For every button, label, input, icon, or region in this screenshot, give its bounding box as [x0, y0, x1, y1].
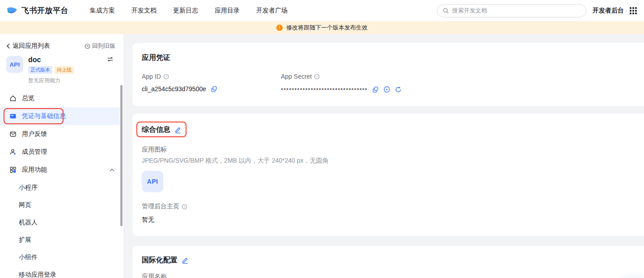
feedback-mail-icon [9, 131, 17, 138]
nav-integration[interactable]: 集成方案 [85, 4, 119, 17]
general-info-title: 综合信息 [142, 125, 170, 135]
sidebar-subitem-webpage[interactable]: 网页 [0, 196, 123, 214]
warning-icon: ! [276, 25, 283, 31]
app-name: doc [28, 56, 41, 64]
app-secret-masked-value: ******************************** [281, 85, 368, 93]
home-icon [9, 95, 17, 102]
sidebar-item-features[interactable]: 应用功能 [0, 161, 123, 179]
i18n-title: 国际化配置 [142, 256, 178, 265]
banner-text: 修改将跟随下一个版本发布生效 [286, 24, 368, 32]
credentials-title: 应用凭证 [142, 53, 644, 63]
version-notice-banner: ! 修改将跟随下一个版本发布生效 [0, 21, 644, 34]
regenerate-refresh-icon[interactable] [395, 86, 402, 93]
app-icon-preview[interactable]: API [142, 171, 163, 192]
sidebar-subitem-extension[interactable]: 扩展 [0, 231, 123, 249]
top-header: 飞书开放平台 集成方案 开发文档 更新日志 应用目录 开发者广场 开发者后台 [0, 0, 644, 21]
top-navigation: 集成方案 开发文档 更新日志 应用目录 开发者广场 [85, 4, 292, 17]
app-sidebar: 返回应用列表 回到旧版 API doc [0, 34, 123, 278]
sidebar-item-label: 应用功能 [22, 166, 47, 174]
back-label: 返回应用列表 [13, 42, 50, 50]
help-question-icon[interactable]: ? [163, 74, 169, 80]
sidebar-item-feedback[interactable]: 用户反馈 [0, 125, 123, 143]
member-person-icon [9, 148, 17, 156]
app-secret-field: App Secret ? ***************************… [281, 73, 644, 93]
switch-app-icon[interactable] [107, 56, 114, 64]
app-id-value: cli_a254c5c93d79500e [142, 85, 206, 93]
search-input[interactable] [452, 7, 580, 14]
app-secret-label: App Secret [281, 73, 312, 80]
homepage-value: 暂无 [142, 216, 644, 224]
back-to-old-version[interactable]: 回到旧版 [85, 42, 115, 50]
sidebar-item-label: 总览 [22, 94, 34, 102]
current-app-block: API doc 正式版本 待上线 暂无应用能力 [0, 50, 123, 84]
i18n-config-card: 国际化配置 应用名称 doc 应用描述 [132, 246, 644, 278]
nav-docs[interactable]: 开发文档 [127, 4, 161, 17]
app-capability-text: 暂无应用能力 [28, 77, 116, 84]
sidebar-item-label: 用户反馈 [22, 130, 47, 138]
doc-search-box[interactable] [437, 4, 586, 17]
search-icon [443, 8, 449, 14]
sidebar-scrollbar[interactable] [120, 85, 123, 226]
sidebar-item-overview[interactable]: 总览 [0, 89, 123, 107]
history-clock-icon [85, 43, 90, 49]
edit-pencil-icon[interactable] [182, 257, 189, 264]
edit-pencil-icon[interactable] [174, 126, 182, 134]
general-info-card: 综合信息 应用图标 JPEG/PNG/SVG/BMP 格式，2MB 以内，大于 … [132, 114, 644, 236]
nav-changelog[interactable]: 更新日志 [169, 4, 203, 17]
app-launcher-icon[interactable] [630, 7, 637, 14]
nav-developer-plaza[interactable]: 开发者广场 [252, 4, 292, 17]
app-features-grid-icon [9, 166, 17, 173]
back-to-app-list[interactable]: 返回应用列表 [6, 42, 50, 50]
svg-text:?: ? [316, 74, 318, 78]
nav-app-directory[interactable]: 应用目录 [210, 4, 244, 17]
sidebar-menu: 总览 凭证与基础信息 用户反馈 [0, 89, 123, 278]
credential-card-icon [9, 113, 17, 120]
reveal-eye-icon[interactable] [383, 86, 390, 93]
sidebar-item-credentials[interactable]: 凭证与基础信息 [0, 107, 120, 125]
svg-text:?: ? [183, 204, 185, 208]
help-question-icon[interactable]: ? [314, 74, 320, 80]
sidebar-subitem-bot[interactable]: 机器人 [0, 214, 123, 231]
sidebar-subitem-widget[interactable]: 小组件 [0, 249, 123, 266]
app-icon-hint: JPEG/PNG/SVG/BMP 格式，2MB 以内，大于 240*240 px… [142, 157, 644, 165]
status-badge-release: 正式版本 [28, 66, 52, 74]
status-badge-pending: 待上线 [55, 66, 74, 74]
chevron-up-icon [110, 168, 114, 172]
credentials-card: 应用凭证 App ID ? cli_a254c5c93d79500e [132, 43, 644, 106]
sidebar-subitem-mobile-login[interactable]: 移动应用登录 [0, 266, 123, 278]
sidebar-item-label: 成员管理 [22, 148, 47, 156]
sidebar-item-members[interactable]: 成员管理 [0, 143, 123, 161]
app-id-label: App ID [142, 73, 161, 80]
sidebar-subitem-miniprogram[interactable]: 小程序 [0, 179, 123, 196]
app-id-field: App ID ? cli_a254c5c93d79500e [142, 73, 281, 93]
platform-title: 飞书开放平台 [21, 5, 68, 16]
feishu-bird-icon [6, 5, 18, 17]
main-content: 应用凭证 App ID ? cli_a254c5c93d79500e [123, 34, 644, 278]
svg-text:?: ? [165, 74, 167, 78]
feishu-logo[interactable]: 飞书开放平台 [6, 5, 68, 17]
homepage-label: 管理后台主页 [142, 202, 179, 211]
old-version-label: 回到旧版 [92, 42, 115, 50]
sidebar-item-label: 凭证与基础信息 [22, 112, 66, 120]
copy-icon[interactable] [211, 86, 217, 93]
app-icon-label: 应用图标 [142, 146, 644, 154]
help-question-icon[interactable]: ? [182, 204, 187, 210]
app-name-label: 应用名称 [142, 273, 644, 278]
developer-console-link[interactable]: 开发者后台 [593, 7, 624, 15]
chevron-left-icon [6, 43, 10, 49]
app-avatar: API [6, 56, 23, 73]
copy-icon[interactable] [372, 86, 379, 93]
